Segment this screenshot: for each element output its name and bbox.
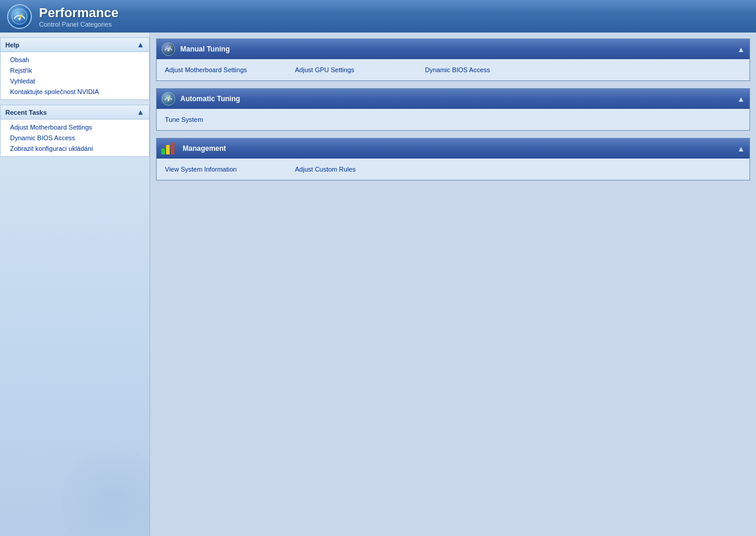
sidebar-item-rejstrik[interactable]: Rejstřík — [1, 65, 149, 76]
svg-point-5 — [168, 50, 170, 51]
automatic-tuning-collapse-icon[interactable]: ▲ — [737, 95, 745, 104]
app-icon — [7, 4, 32, 29]
management-title: Management — [183, 144, 226, 153]
sidebar-item-dynamic-bios[interactable]: Dynamic BIOS Access — [1, 133, 149, 143]
manual-tuning-header-left: Manual Tuning — [161, 42, 230, 56]
header-text: Performance Control Panel Categories — [39, 5, 119, 28]
adjust-gpu-link[interactable]: Adjust GPU Settings — [295, 65, 425, 75]
svg-point-8 — [168, 99, 170, 101]
manual-tuning-title: Manual Tuning — [180, 45, 230, 53]
automatic-tuning-header-left: Automatic Tuning — [161, 92, 240, 106]
recent-collapse-icon: ▲ — [137, 108, 144, 117]
management-body: View System Information Adjust Custom Ru… — [157, 159, 749, 180]
management-panel: Management ▲ View System Information Adj… — [156, 138, 750, 180]
sidebar-help-title: Help — [5, 41, 20, 49]
management-header-left: Management — [161, 141, 226, 156]
sidebar-item-nvidia-contact[interactable]: Kontaktujte společnost NVIDIA — [1, 86, 149, 97]
automatic-tuning-panel: Automatic Tuning ▲ Tune System — [156, 88, 750, 131]
manual-tuning-icon — [161, 42, 176, 56]
sidebar-item-obsah[interactable]: Obsah — [1, 54, 149, 65]
app-subtitle: Control Panel Categories — [39, 21, 119, 28]
automatic-tuning-icon — [161, 92, 176, 106]
view-system-info-link[interactable]: View System Information — [165, 164, 295, 174]
automatic-tuning-header: Automatic Tuning ▲ — [157, 89, 749, 109]
management-header: Management ▲ — [157, 138, 749, 159]
manual-tuning-body: Adjust Motherboard Settings Adjust GPU S… — [157, 59, 749, 80]
svg-point-0 — [12, 9, 27, 24]
app-title: Performance — [39, 5, 119, 21]
help-collapse-icon: ▲ — [137, 40, 144, 49]
sidebar-item-adjust-motherboard[interactable]: Adjust Motherboard Settings — [1, 122, 149, 133]
management-icon — [161, 141, 178, 156]
manual-tuning-collapse-icon[interactable]: ▲ — [737, 45, 745, 54]
sidebar-item-vyhledat[interactable]: Vyhledat — [1, 76, 149, 86]
adjust-custom-rules-link[interactable]: Adjust Custom Rules — [295, 164, 425, 174]
sidebar: Help ▲ Obsah Rejstřík Vyhledat Kontaktuj… — [0, 33, 150, 536]
svg-point-2 — [18, 18, 21, 20]
dynamic-bios-link[interactable]: Dynamic BIOS Access — [425, 65, 555, 75]
automatic-tuning-title: Automatic Tuning — [180, 95, 240, 103]
sidebar-recent-items: Adjust Motherboard Settings Dynamic BIOS… — [0, 120, 150, 157]
content-area: Manual Tuning ▲ Adjust Motherboard Setti… — [150, 33, 756, 536]
sidebar-item-zobrazit[interactable]: Zobrazit konfiguraci ukládání — [1, 143, 149, 154]
sidebar-help-header[interactable]: Help ▲ — [0, 37, 150, 52]
sidebar-help-section: Help ▲ Obsah Rejstřík Vyhledat Kontaktuj… — [0, 37, 150, 100]
sidebar-help-items: Obsah Rejstřík Vyhledat Kontaktujte spol… — [0, 52, 150, 100]
manual-tuning-header: Manual Tuning ▲ — [157, 39, 749, 59]
sidebar-recent-title: Recent Tasks — [5, 109, 47, 116]
manual-tuning-panel: Manual Tuning ▲ Adjust Motherboard Setti… — [156, 38, 750, 81]
adjust-motherboard-link[interactable]: Adjust Motherboard Settings — [165, 65, 295, 75]
sidebar-recent-header[interactable]: Recent Tasks ▲ — [0, 105, 150, 120]
sidebar-recent-section: Recent Tasks ▲ Adjust Motherboard Settin… — [0, 105, 150, 157]
management-collapse-icon[interactable]: ▲ — [737, 144, 745, 153]
main-layout: Help ▲ Obsah Rejstřík Vyhledat Kontaktuj… — [0, 33, 756, 536]
svg-point-3 — [162, 43, 175, 56]
automatic-tuning-body: Tune System — [157, 109, 749, 130]
header: Performance Control Panel Categories — [0, 0, 756, 33]
tune-system-link[interactable]: Tune System — [165, 115, 295, 124]
